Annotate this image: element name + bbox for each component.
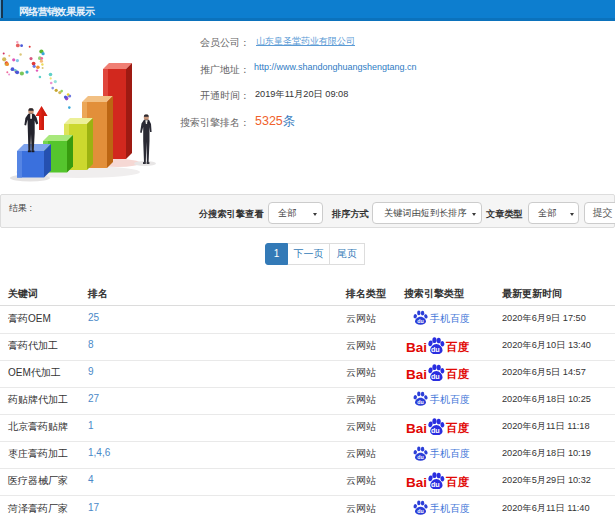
svg-text:Bai: Bai [406,421,427,436]
svg-text:百度: 百度 [445,340,470,353]
svg-text:du: du [417,454,423,460]
svg-text:百度: 百度 [445,421,470,434]
svg-text:百度: 百度 [445,475,470,488]
svg-text:du: du [417,399,423,405]
svg-text:Bai: Bai [406,367,427,382]
svg-text:du: du [417,508,423,514]
svg-text:du: du [417,318,423,324]
svg-text:du: du [431,345,440,354]
svg-text:du: du [431,372,440,381]
svg-text:Bai: Bai [406,340,427,355]
svg-text:Bai: Bai [406,475,427,490]
svg-text:du: du [431,480,440,489]
svg-text:百度: 百度 [445,367,470,380]
svg-text:du: du [431,426,440,435]
